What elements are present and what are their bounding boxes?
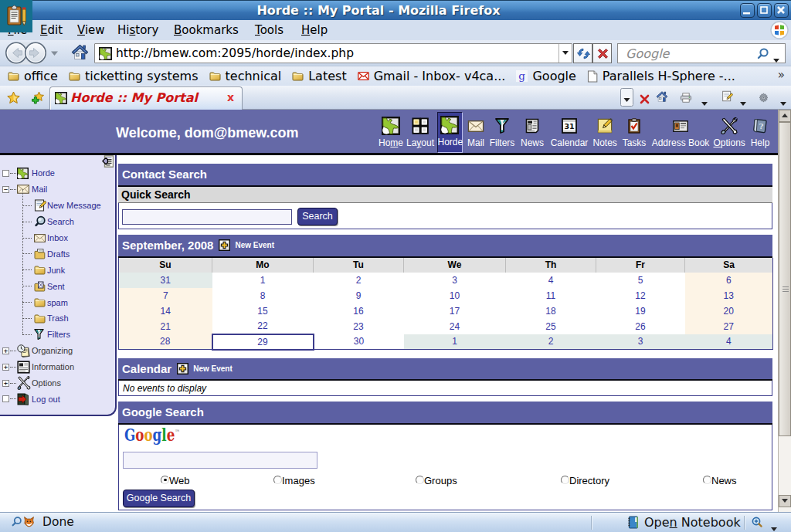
tab-close-button[interactable]: x — [227, 91, 234, 103]
calendar-day[interactable]: 19 — [596, 303, 685, 319]
calendar-day[interactable]: 2 — [314, 273, 404, 288]
status-search-icon[interactable] — [11, 516, 22, 530]
new-event-icon[interactable] — [219, 239, 230, 251]
bookmark-office[interactable]: office — [8, 69, 58, 83]
calendar-day[interactable]: 1 — [404, 334, 506, 350]
calendar-day[interactable]: 4 — [506, 273, 596, 288]
horde-nav-horde[interactable]: Horde — [437, 112, 463, 153]
calendar-day[interactable]: 13 — [685, 288, 773, 303]
zoom-icon[interactable] — [751, 516, 763, 531]
calendar-day[interactable]: 31 — [119, 273, 212, 288]
sidebar-item-junk[interactable]: Junk — [0, 262, 115, 278]
calendar-day[interactable]: 8 — [212, 288, 314, 303]
chevron-down-icon[interactable] — [780, 95, 787, 110]
bookmark-star-icon[interactable] — [7, 91, 20, 107]
horde-nav-home[interactable]: Home — [379, 114, 403, 151]
fox-extension-icon[interactable] — [22, 515, 36, 531]
calendar-day[interactable]: 27 — [685, 319, 773, 334]
sidebar-item-trash[interactable]: Trash — [0, 310, 115, 327]
url-dropdown-button[interactable] — [558, 44, 572, 63]
calendar-day[interactable]: 7 — [119, 288, 212, 303]
calendar-day[interactable]: 25 — [506, 319, 596, 334]
horde-nav-filters[interactable]: Filters — [490, 114, 515, 151]
sidebar-item-filters[interactable]: Filters — [0, 327, 115, 343]
scroll-up-button[interactable] — [779, 110, 791, 122]
google-search-input[interactable] — [123, 452, 317, 469]
close-tab-button[interactable] — [640, 93, 650, 107]
notebook-icon[interactable] — [626, 516, 640, 532]
horde-nav-layout[interactable]: Layout — [406, 114, 434, 151]
url-bar[interactable]: http://bmew.com:2095/horde/index.php — [94, 43, 572, 63]
sidebar-item-search[interactable]: Search — [0, 214, 115, 230]
calendar-day[interactable]: 10 — [404, 288, 506, 303]
calendar-day[interactable]: 24 — [404, 319, 506, 334]
radio-circle[interactable] — [561, 476, 569, 484]
bookmark-ticketting-systems[interactable]: ticketting systems — [69, 69, 199, 83]
title-bar[interactable]: Horde :: My Portal - Mozilla Firefox — [0, 0, 791, 20]
calendar-day[interactable]: 15 — [212, 303, 314, 319]
menu-help[interactable]: Help — [301, 23, 328, 37]
calendar-day[interactable]: 28 — [119, 334, 212, 350]
open-notebook-button[interactable]: Open Notebook — [644, 515, 741, 530]
tab-list-dropdown[interactable] — [620, 88, 633, 110]
scroll-down-button[interactable] — [779, 495, 791, 507]
sidebar-item-mail[interactable]: − Mail — [0, 181, 115, 198]
google-search-button[interactable]: Google Search — [123, 490, 195, 507]
horde-nav-address-book[interactable]: Address Book — [652, 114, 710, 151]
chevron-down-icon[interactable] — [740, 95, 747, 110]
search-engine-dropdown[interactable] — [773, 52, 780, 66]
bookmark-technical[interactable]: technical — [209, 69, 282, 83]
radio-directory[interactable]: Directory — [561, 475, 609, 486]
compose-icon[interactable] — [721, 90, 733, 105]
close-button[interactable] — [774, 3, 789, 18]
vertical-scrollbar[interactable] — [778, 110, 791, 512]
calendar-day[interactable]: 18 — [506, 303, 596, 319]
radio-web[interactable]: Web — [161, 475, 190, 486]
calendar-day[interactable]: 3 — [404, 273, 506, 288]
horde-nav-tasks[interactable]: Tasks — [623, 114, 647, 151]
sidebar-item-drafts[interactable]: Drafts — [0, 246, 115, 262]
scrollbar-thumb[interactable] — [779, 122, 791, 436]
printer-icon[interactable] — [680, 91, 692, 106]
sidebar-item-new-message[interactable]: New Message — [0, 198, 115, 214]
stop-button[interactable] — [592, 43, 612, 63]
calendar-day[interactable]: 11 — [506, 288, 596, 303]
bookmark-latest[interactable]: Latest — [292, 69, 346, 83]
add-bookmark-star-icon[interactable] — [31, 91, 44, 107]
menu-edit[interactable]: Edit — [40, 23, 63, 37]
calendar-day[interactable]: 6 — [685, 273, 773, 288]
sidebar-item-log-out[interactable]: Log out — [0, 391, 115, 407]
horde-nav-help[interactable]: ? Help — [749, 114, 772, 151]
bookmarks-overflow-chevron[interactable]: » — [778, 68, 785, 82]
horde-nav-news[interactable]: News — [521, 114, 544, 151]
sidebar-item-horde[interactable]: Horde — [0, 165, 115, 181]
chevron-down-icon[interactable] — [771, 520, 778, 532]
new-event-link[interactable]: New Event — [235, 241, 274, 249]
new-event-link[interactable]: New Event — [193, 364, 233, 373]
sidebar-item-sent[interactable]: Sent — [0, 278, 115, 294]
bookmark-google[interactable]: g Google — [516, 69, 575, 83]
gear-icon[interactable] — [759, 91, 769, 106]
horde-nav-notes[interactable]: Notes — [593, 114, 617, 151]
sidebar-item-spam[interactable]: spam — [0, 294, 115, 310]
menu-view[interactable]: View — [77, 23, 105, 37]
chevron-down-icon[interactable] — [701, 95, 708, 110]
bookmark-gmail-inbox-v4ca-[interactable]: Gmail - Inbox- v4ca... — [358, 69, 506, 83]
tab-horde-portal[interactable]: Horde :: My Portal x — [49, 86, 243, 110]
horde-nav-calendar[interactable]: 31 Calendar — [551, 114, 589, 151]
search-box[interactable]: Google — [617, 43, 786, 63]
calendar-day[interactable]: 17 — [404, 303, 506, 319]
menu-history[interactable]: History — [117, 23, 158, 37]
expand-icon[interactable]: + — [2, 364, 9, 371]
horde-nav-mail[interactable]: Mail — [464, 114, 487, 151]
radio-circle[interactable] — [416, 476, 424, 484]
sidebar-item-options[interactable]: + Options — [0, 375, 115, 391]
calendar-day[interactable]: 2 — [506, 334, 596, 350]
back-forward-group[interactable] — [4, 42, 64, 68]
radio-circle[interactable] — [161, 476, 169, 484]
calendar-day[interactable]: 3 — [596, 334, 685, 350]
expand-icon[interactable]: + — [2, 380, 9, 387]
horde-nav-options[interactable]: Options — [714, 114, 745, 151]
calendar-day[interactable]: 22 — [212, 319, 314, 334]
radio-news[interactable]: News — [703, 475, 737, 486]
